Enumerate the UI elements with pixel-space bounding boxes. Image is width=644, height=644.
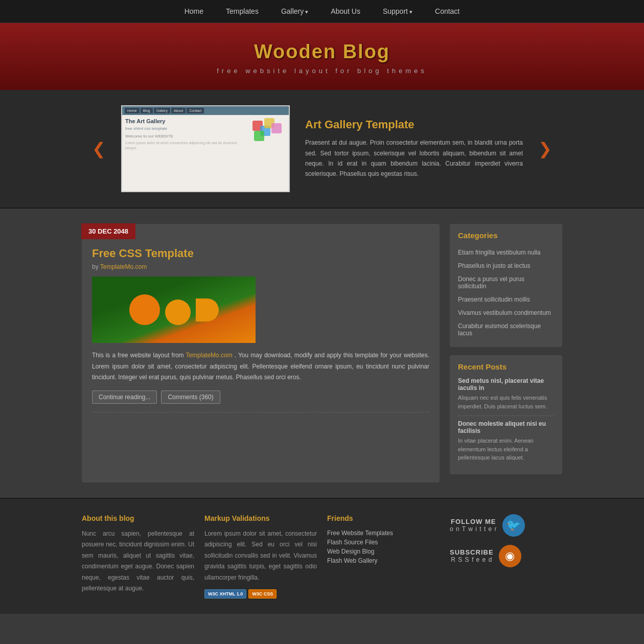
slider-inner: ❮ HomeBlogGalleryAboutContact The Art Ga… xyxy=(77,105,567,192)
orange-1 xyxy=(129,294,160,325)
slider-section: ❮ HomeBlogGalleryAboutContact The Art Ga… xyxy=(0,90,644,209)
main-content: 30 DEC 2048 Free CSS Template by Templat… xyxy=(77,224,567,482)
slider-image: HomeBlogGalleryAboutContact The Art Gall… xyxy=(121,105,290,192)
site-title: Wooden Blog xyxy=(10,41,634,63)
orange-2 xyxy=(165,300,191,325)
site-footer: About this blog Nunc arcu sapien, pellen… xyxy=(0,498,644,614)
nav-link-about-us[interactable]: About Us xyxy=(319,0,372,22)
post-date: 30 DEC 2048 xyxy=(81,223,135,239)
sidebar: Categories Etiam fringilla vestibulum nu… xyxy=(450,224,562,482)
nav-list: HomeTemplatesGalleryAbout UsSupportConta… xyxy=(0,0,644,22)
categories-list: Etiam fringilla vestibulum nullaPhasellu… xyxy=(458,246,554,340)
post-title: Free CSS Template xyxy=(92,247,429,260)
subscribe-line1: SUBSCRIBE xyxy=(450,548,494,556)
friend-link[interactable]: Flash Web Gallery xyxy=(327,556,440,565)
post-text: This is a free website layout from Templ… xyxy=(92,350,429,383)
subscribe-line2: R S S f e e d xyxy=(451,556,492,563)
twitter-icon[interactable]: 🐦 xyxy=(502,514,525,537)
slider-prev-button[interactable]: ❮ xyxy=(92,139,106,158)
xhtml-badge: W3C XHTML 1.0 xyxy=(204,589,246,599)
rss-row: SUBSCRIBE R S S f e e d ◉ xyxy=(450,545,562,567)
follow-line1: FOLLOW ME xyxy=(450,518,497,525)
friends-list: Free Website TemplatesFlash Source Files… xyxy=(327,528,440,565)
comments-button[interactable]: Comments (360) xyxy=(161,390,220,404)
content-area: 30 DEC 2048 Free CSS Template by Templat… xyxy=(82,224,440,482)
categories-box: Categories Etiam fringilla vestibulum nu… xyxy=(450,224,562,347)
rss-label: SUBSCRIBE R S S f e e d xyxy=(450,548,494,563)
footer-markup-title: Markup Validations xyxy=(204,514,317,522)
post-image xyxy=(92,277,256,343)
post-divider xyxy=(92,412,429,412)
recent-post-title: Sed metus nisl, placerat vitae iaculis i… xyxy=(458,377,554,392)
nav-link-templates[interactable]: Templates xyxy=(215,0,270,22)
friend-link[interactable]: Free Website Templates xyxy=(327,528,440,538)
category-item: Phasellus in justo at lectus xyxy=(458,259,554,272)
footer-markup: Markup Validations Lorem ipsum dolor sit… xyxy=(204,514,317,599)
friend-link[interactable]: Flash Source Files xyxy=(327,538,440,547)
slider-content: Art Gallery Template Praesent at dui aug… xyxy=(305,118,523,179)
recent-post-item: Donec molestie aliquet nisi eu facilisis… xyxy=(458,420,554,462)
main-nav: HomeTemplatesGalleryAbout UsSupportConta… xyxy=(0,0,644,23)
footer-markup-text: Lorem ipsum dolor sit amet, consectetur … xyxy=(204,528,317,584)
site-header: Wooden Blog free website layout for blog… xyxy=(0,23,644,90)
validation-badges: W3C XHTML 1.0 W3C CSS xyxy=(204,589,317,599)
recent-post-title: Donec molestie aliquet nisi eu facilisis xyxy=(458,420,554,434)
twitter-row: FOLLOW ME o n T w i t t e r 🐦 xyxy=(450,514,562,537)
category-item: Praesent sollicitudin mollis xyxy=(458,293,554,306)
footer-friends: Friends Free Website TemplatesFlash Sour… xyxy=(327,514,440,599)
recent-post-divider xyxy=(458,416,554,416)
recent-post-desc: Aliquam nec est quis felis venenatis imp… xyxy=(458,394,554,410)
category-item: Donec a purus vel purus sollicitudin xyxy=(458,272,554,293)
post-body: Free CSS Template by TemplateMo.com This… xyxy=(82,239,440,428)
nav-link-home[interactable]: Home xyxy=(173,0,215,22)
footer-inner: About this blog Nunc arcu sapien, pellen… xyxy=(77,514,567,599)
recent-posts-box: Recent Posts Sed metus nisl, placerat vi… xyxy=(450,355,562,474)
recent-post-item: Sed metus nisl, placerat vitae iaculis i… xyxy=(458,377,554,416)
recent-post-desc: In vitae placerat enim. Aenean elementum… xyxy=(458,436,554,462)
category-item: Curabitur euismod scelerisque lacus xyxy=(458,319,554,340)
categories-title: Categories xyxy=(458,231,554,240)
footer-friends-title: Friends xyxy=(327,514,440,522)
twitter-label: FOLLOW ME o n T w i t t e r xyxy=(450,518,497,533)
footer-about: About this blog Nunc arcu sapien, pellen… xyxy=(82,514,194,599)
post-byline: by TemplateMo.com xyxy=(92,263,429,270)
nav-link-support[interactable]: Support xyxy=(372,0,424,22)
category-item: Etiam fringilla vestibulum nulla xyxy=(458,246,554,259)
footer-social: FOLLOW ME o n T w i t t e r 🐦 SUBSCRIBE … xyxy=(450,514,562,599)
rss-icon[interactable]: ◉ xyxy=(499,545,521,567)
footer-about-title: About this blog xyxy=(82,514,194,522)
nav-link-gallery[interactable]: Gallery xyxy=(270,0,319,22)
site-subtitle: free website layout for blog themes xyxy=(10,67,634,75)
post-text-link[interactable]: TemplateMo.com xyxy=(186,352,232,359)
orange-slice xyxy=(196,298,219,321)
category-item: Vivamus vestibulum condimentum xyxy=(458,306,554,319)
css-badge: W3C CSS xyxy=(248,589,277,599)
post-text-prefix: This is a free website layout from xyxy=(92,352,184,359)
post-author-link[interactable]: TemplateMo.com xyxy=(100,263,147,270)
friend-link[interactable]: Web Design Blog xyxy=(327,547,440,556)
recent-posts-title: Recent Posts xyxy=(458,362,554,371)
footer-about-text: Nunc arcu sapien, pellentesque at posuer… xyxy=(82,528,194,595)
recent-posts-list: Sed metus nisl, placerat vitae iaculis i… xyxy=(458,377,554,462)
nav-link-contact[interactable]: Contact xyxy=(424,0,471,22)
slider-title: Art Gallery Template xyxy=(305,118,523,131)
read-more-button[interactable]: Continue reading... xyxy=(92,390,157,404)
slider-description: Praesent at dui augue. Proin consectetur… xyxy=(305,137,523,179)
post-actions: Continue reading... Comments (360) xyxy=(92,390,429,404)
byline-prefix: by xyxy=(92,263,99,270)
follow-line2: o n T w i t t e r xyxy=(450,525,497,533)
slider-next-button[interactable]: ❯ xyxy=(538,139,552,158)
